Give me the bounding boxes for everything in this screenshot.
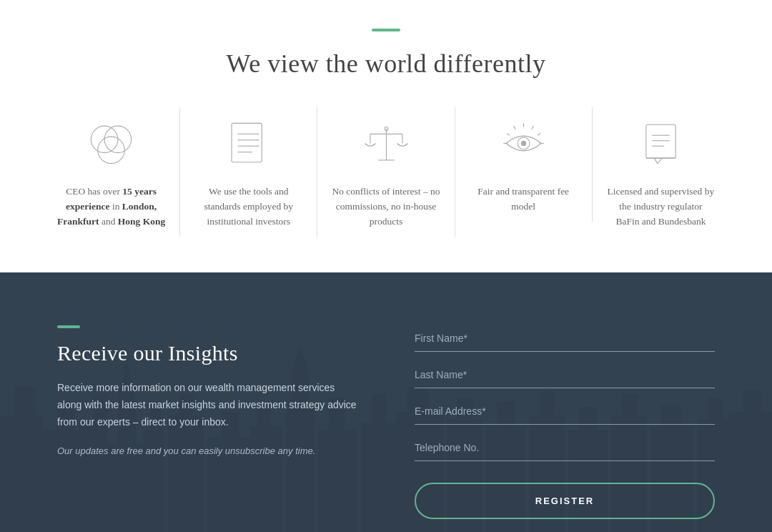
email-input[interactable] xyxy=(415,398,715,425)
main-title: We view the world differently xyxy=(43,49,729,79)
feature-text-tools: We use the tools and standards employed … xyxy=(194,184,302,230)
svg-rect-23 xyxy=(646,124,676,158)
document-icon xyxy=(220,114,277,172)
svg-point-22 xyxy=(520,140,526,146)
insights-left-col: Receive our Insights Receive more inform… xyxy=(57,325,357,455)
svg-point-2 xyxy=(98,137,125,164)
bottom-content: Receive our Insights Receive more inform… xyxy=(57,325,715,519)
feature-item-tools: We use the tools and standards employed … xyxy=(180,107,317,237)
bottom-section: Receive our Insights Receive more inform… xyxy=(0,272,772,532)
insights-form[interactable]: REGISTER xyxy=(415,325,715,519)
last-name-input[interactable] xyxy=(415,362,715,388)
feature-item-licensed: Licensed and supervised by the industry … xyxy=(593,107,729,237)
svg-line-15 xyxy=(531,126,533,129)
bottom-accent xyxy=(57,325,80,328)
feature-item-conflicts: No conflicts of interest – no commission… xyxy=(317,107,455,237)
scales-icon xyxy=(357,114,415,172)
circles-icon xyxy=(83,114,140,172)
insights-body: Receive more information on our wealth m… xyxy=(57,380,357,430)
top-accent xyxy=(372,29,400,31)
top-section: We view the world differently CEO has ov… xyxy=(0,0,772,272)
first-name-input[interactable] xyxy=(415,325,715,352)
register-button[interactable]: REGISTER xyxy=(415,483,715,519)
insights-title: Receive our Insights xyxy=(57,341,357,365)
telephone-input[interactable] xyxy=(415,435,715,461)
feature-text-licensed: Licensed and supervised by the industry … xyxy=(607,184,715,230)
svg-line-17 xyxy=(513,126,515,129)
svg-line-18 xyxy=(507,133,510,135)
book-icon xyxy=(632,114,689,172)
insights-italic: Our updates are free and you can easily … xyxy=(57,445,357,456)
svg-line-16 xyxy=(538,133,540,135)
feature-item-fee: Fair and transparent fee model xyxy=(455,107,593,222)
feature-item-ceo: CEO has over 15 years experience in Lond… xyxy=(43,107,180,237)
svg-rect-3 xyxy=(232,123,262,162)
feature-text-conflicts: No conflicts of interest – no commission… xyxy=(332,184,440,230)
eye-icon xyxy=(495,114,552,172)
feature-text-ceo: CEO has over 15 years experience in Lond… xyxy=(57,184,165,230)
features-row: CEO has over 15 years experience in Lond… xyxy=(43,107,729,237)
feature-text-fee: Fair and transparent fee model xyxy=(470,184,578,215)
